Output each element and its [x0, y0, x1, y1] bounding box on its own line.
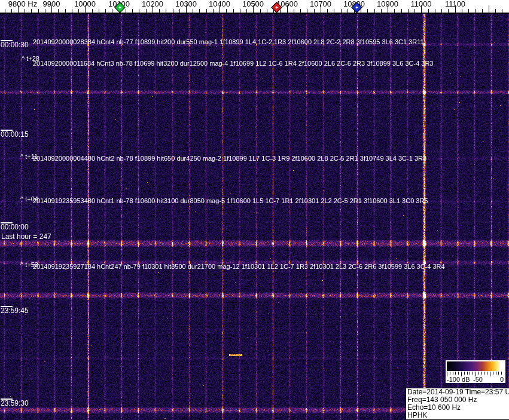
frequency-label: 10700 — [310, 0, 331, 8]
frequency-label: 10500 — [242, 0, 264, 8]
marker-center-dot — [355, 6, 358, 8]
spectrogram-app-window: 9800 Hz990010000101001020010300104001050… — [0, 0, 509, 420]
frequency-label: 10900 — [377, 0, 398, 8]
frequency-label: 10300 — [175, 0, 197, 8]
spectrogram-display[interactable] — [0, 14, 509, 420]
db-label-min: -100 dB — [447, 376, 470, 383]
db-scale-labels: -100 dB -50 0 — [447, 376, 504, 383]
frequency-label: 10400 — [209, 0, 230, 8]
db-label-mid: -50 — [473, 376, 483, 383]
frequency-label: 10200 — [142, 0, 163, 8]
frequency-ruler[interactable]: 9800 Hz990010000101001020010300104001050… — [0, 0, 509, 14]
frequency-label: 11100 — [445, 0, 465, 8]
db-scale-legend: -100 dB -50 0 — [446, 360, 505, 383]
frequency-label: 10000 — [74, 0, 96, 8]
frequency-label: 9800 Hz — [8, 0, 37, 8]
db-gradient-bar — [447, 361, 504, 371]
frequency-label: 9900 — [43, 0, 60, 8]
info-station-id: HPHK — [407, 412, 509, 419]
frequency-label: 11000 — [410, 0, 431, 8]
status-info-box: Date=2014-09-19 Time=23:57 UTC Freq=143 … — [406, 388, 509, 420]
marker-center-dot — [118, 6, 121, 8]
marker-center-dot — [275, 6, 278, 8]
db-label-max: 0 — [500, 376, 504, 383]
